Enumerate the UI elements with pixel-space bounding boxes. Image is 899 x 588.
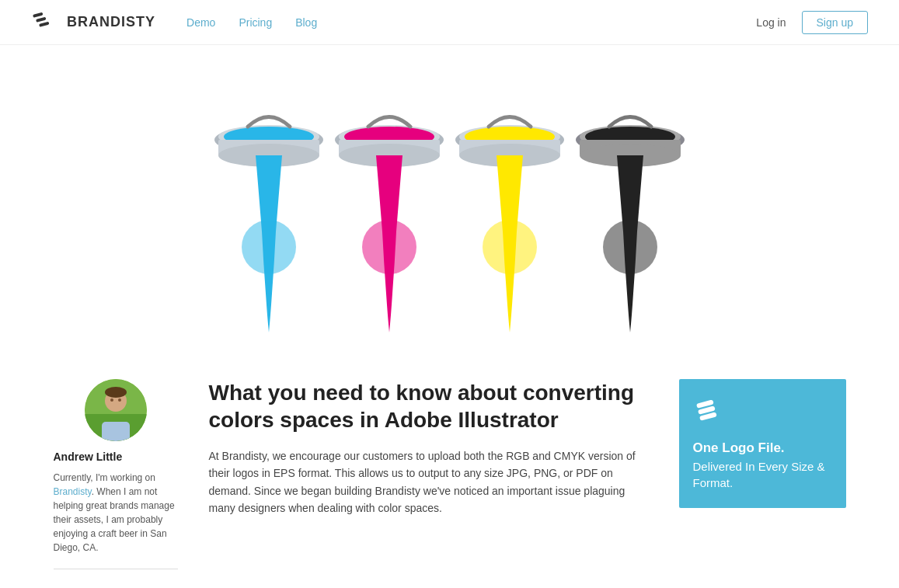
svg-rect-30 [102, 422, 130, 441]
promo-box[interactable]: One Logo File. Delivered In Every Size &… [679, 379, 846, 508]
avatar-image [85, 379, 147, 441]
svg-point-8 [242, 220, 296, 274]
article-title: What you need to know about converting c… [209, 379, 648, 433]
svg-point-20 [483, 220, 537, 274]
brandisty-logo-icon [31, 9, 59, 37]
svg-point-33 [105, 387, 127, 398]
article-body: At Brandisty, we encourage our customers… [209, 447, 648, 517]
promo-subtitle: Delivered In Every Size & Format. [693, 458, 832, 491]
svg-rect-2 [39, 21, 50, 26]
author-bio: Currently, I'm working on Brandisty. Whe… [54, 471, 178, 555]
right-panel: One Logo File. Delivered In Every Size &… [679, 379, 846, 569]
logo[interactable]: BRANDISTY [31, 9, 155, 37]
main-nav: Demo Pricing Blog [186, 16, 756, 29]
content-area: Andrew Little Currently, I'm working on … [23, 356, 877, 588]
nav-pricing[interactable]: Pricing [239, 16, 272, 29]
svg-rect-0 [33, 12, 44, 17]
paint-cans-image [201, 92, 699, 340]
promo-icon [693, 396, 832, 429]
yellow-can [442, 92, 578, 340]
author-bio-prefix: Currently, I'm working on [54, 472, 155, 483]
author-sidebar: Andrew Little Currently, I'm working on … [54, 379, 178, 569]
hero-section [0, 45, 899, 356]
sidebar-divider [54, 569, 178, 569]
author-name: Andrew Little [54, 451, 178, 463]
svg-rect-1 [36, 16, 47, 22]
brandisty-link[interactable]: Brandisty [54, 486, 92, 497]
promo-title: One Logo File. [693, 440, 832, 457]
header-right: Log in Sign up [756, 11, 868, 34]
svg-point-26 [603, 220, 657, 274]
svg-point-14 [362, 220, 416, 274]
nav-demo[interactable]: Demo [186, 16, 215, 29]
nav-blog[interactable]: Blog [295, 16, 317, 29]
black-can [563, 92, 699, 340]
svg-point-32 [118, 398, 121, 402]
logo-text: BRANDISTY [67, 14, 155, 30]
cyan-can [201, 92, 337, 340]
header: BRANDISTY Demo Pricing Blog Log in Sign … [0, 0, 899, 45]
magenta-can [322, 92, 458, 340]
author-avatar [85, 379, 147, 441]
article-section: What you need to know about converting c… [209, 379, 648, 569]
login-link[interactable]: Log in [756, 16, 786, 29]
signup-button[interactable]: Sign up [802, 11, 868, 34]
svg-point-31 [110, 398, 113, 402]
